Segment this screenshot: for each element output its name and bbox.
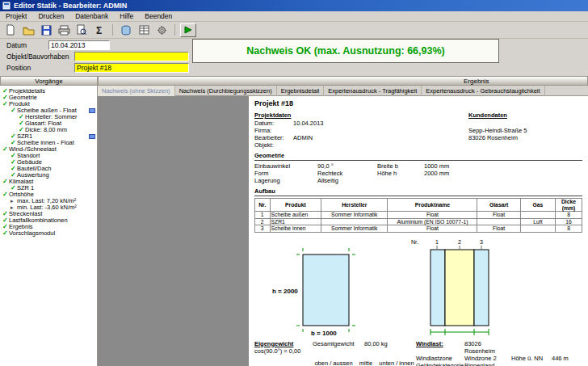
tab-ergebnisdetail[interactable]: Ergebnisdetail [277,86,325,96]
tab-expertenausdruck-tragfaehigkeit[interactable]: Expertenausdruck - Tragfähigkeit [324,86,422,96]
cell: Luft [520,218,555,225]
app-icon [2,2,10,10]
new-document-icon [6,24,15,36]
print-button[interactable] [56,23,72,37]
nachweis-status-message: Nachweis OK (max. Ausnutzung: 66,93%) [246,45,444,57]
aufbau-row: 2 SZR1 Aluminium (EN ISO 10077-1) Luft 1… [255,218,582,225]
report-firma-label: Firma: [254,127,293,134]
result-panel-header: Ergebnis [98,76,588,86]
report-bearbeiter-value: ADMIN [293,134,313,141]
nr-label: Nr. [411,239,418,245]
cell: SZR1 [270,218,321,225]
col-header-mitte: mitte [355,360,377,366]
printer-icon [58,25,70,36]
report-bearbeiter-label: Bearbeiter: [254,134,293,141]
col-header: Produktname [388,199,477,212]
datum-label: Datum [6,41,48,49]
menu-hilfe[interactable]: Hilfe [114,12,139,20]
projektdaten-header: Projektdaten [254,111,468,119]
cell [477,218,520,225]
pane-number: 2 [458,239,461,245]
check-icon [2,191,9,198]
tab-nachweis-ohne-skizzen[interactable]: Nachweis (ohne Skizzen) [98,86,175,96]
cell: Scheibe außen [270,212,321,219]
position-label: Position [6,64,74,72]
geometrie-section-header: Geometrie [254,152,582,161]
sum-button[interactable]: Σ [91,23,107,37]
report-title: Projekt #18 [254,100,582,107]
nachweis-status-box: Nachweis OK (max. Ausnutzung: 66,93%) [192,39,499,63]
tab-nachweis-durchbiegungsskizzen[interactable]: Nachweis (Durchbiegungsskizzen) [175,86,277,96]
report-datum-label: Datum: [254,120,293,127]
cell: Sommer Informatik [321,212,388,219]
print-preview-icon [76,24,87,36]
report-preview-area: Projekt #18 Projektdaten Datum:10.04.201… [98,96,588,366]
objekt-input[interactable] [74,52,189,61]
gear-icon [157,25,167,36]
print-preview-button[interactable] [74,23,90,37]
pane-number: 1 [435,239,439,245]
col-header-unten-innen: unten / innen [377,360,416,366]
process-tree: Projektdetails Geometrie Produkt Scheibe… [0,86,98,366]
menu-beenden[interactable]: Beenden [139,12,178,20]
report-objekt-label: Objekt: [254,141,293,149]
position-input[interactable] [74,63,189,73]
cell [520,225,555,233]
report-datum-value: 10.04.2013 [293,120,324,127]
save-icon [41,25,52,36]
glass-icon [89,134,95,139]
windlastzone-label: Windlastzone [416,355,464,362]
geo-label: Einbauwinkel [254,162,317,170]
geo-label [377,177,424,184]
result-tabs: Nachweis (ohne Skizzen) Nachweis (Durchb… [98,86,588,96]
window-title: Editor Statik - Bearbeiter: ADMIN [14,2,127,10]
arrow-icon [10,198,17,204]
aufbau-row: 1 Scheibe außen Sommer Informatik Float … [255,212,582,219]
col-header-oben-aussen: oben / aussen [313,360,355,366]
check-icon [2,146,9,153]
check-icon [2,230,9,237]
sketches-block: h = 2000 b = 1000 Nr. 1 2 3 [254,235,582,339]
windlast-header: Windlast: [416,340,464,355]
run-button[interactable] [180,23,196,37]
check-icon [10,107,17,114]
cell: Scheibe innen [270,225,321,233]
cos-line: cos(90.0°) = 0,00 [254,347,416,355]
datum-input[interactable] [48,40,110,50]
new-document-button[interactable] [2,23,19,37]
menu-projekt[interactable]: Projekt [0,12,32,20]
cell: 8 [556,225,582,233]
gelaende-value: Binnenland [464,362,511,366]
tree-item-vorschlagsmodul[interactable]: Vorschlagsmodul [0,230,97,237]
cell: 2 [255,218,271,225]
menu-datenbank[interactable]: Datenbank [69,12,114,20]
geo-value: 2000 mm [424,170,582,177]
cell: Float [388,212,477,219]
tab-expertenausdruck-gebrauchstauglichkeit[interactable]: Expertenausdruck - Gebrauchstauglichkeit [422,86,544,96]
cell: Float [477,225,520,233]
hoehe-value: 446 m [552,355,582,362]
col-header: Hersteller [321,199,388,212]
section-view-sketch: Nr. 1 2 3 [406,235,552,339]
cell [321,218,388,225]
cell [520,212,555,219]
col-header: Produkt [270,199,321,212]
table-button[interactable] [136,23,152,37]
database-button[interactable] [118,23,134,37]
cell: Float [477,212,520,219]
check-icon [2,101,9,107]
settings-button[interactable] [153,23,170,37]
geometrie-row: FormRechteckHöhe h2000 mm [254,170,582,177]
toolbar: Σ [0,22,588,39]
menu-drucken[interactable]: Drucken [32,12,69,20]
glass-icon [89,108,95,113]
result-panel-title: Ergebnis [464,78,489,85]
geo-value: Allseitig [317,177,377,184]
open-project-button[interactable] [20,23,36,37]
hoehe-label: Höhe ü. NN [511,355,552,362]
kunde-strasse: Sepp-Heindl-Straße 5 [468,127,582,134]
col-header: Nr. [255,199,271,212]
save-button[interactable] [38,23,54,37]
cell: 16 [556,218,582,225]
gelaende-label: Geländekategorie [416,362,464,366]
